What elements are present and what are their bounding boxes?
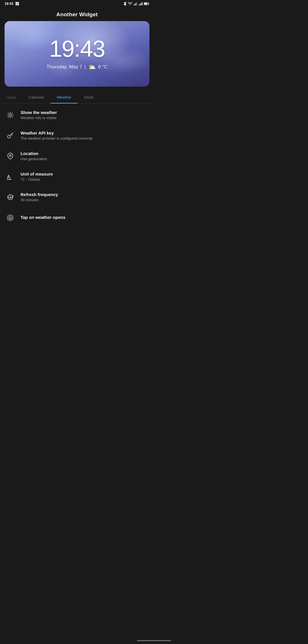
setting-weather-api-key-subtitle: The weather provider is configured corre… (21, 136, 148, 141)
setting-location-title: Location (21, 151, 148, 156)
widget-date-weather: Thursday, May 7 | ⛅ 9 °C (46, 63, 108, 71)
refresh-svg (7, 194, 14, 201)
svg-rect-26 (9, 218, 11, 219)
status-time: 19:43 (5, 2, 13, 6)
setting-refresh-frequency-title: Refresh frequency (21, 192, 148, 197)
setting-show-weather[interactable]: Show the weather Weather info is visible (0, 105, 154, 125)
setting-tap-weather[interactable]: Tap on weather opens (0, 207, 154, 228)
widget-temperature: 9 °C (98, 64, 108, 70)
svg-rect-2 (136, 3, 136, 5)
setting-unit-of-measure-subtitle: °C - Celsius (21, 177, 148, 182)
svg-rect-6 (141, 3, 141, 5)
svg-line-18 (8, 117, 9, 117)
refresh-icon (6, 193, 15, 202)
svg-line-19 (12, 113, 13, 113)
setting-location-text: Location Use geolocation (21, 151, 148, 162)
status-left: 19:43 🔄 (5, 2, 19, 6)
alarm-icon: 🔄 (15, 2, 19, 6)
svg-point-21 (9, 155, 11, 156)
svg-rect-0 (134, 4, 134, 5)
battery-icon (144, 2, 149, 5)
setting-location[interactable]: Location Use geolocation (0, 146, 154, 166)
app-title: Another Widget (0, 7, 154, 21)
setting-unit-of-measure-title: Unit of measure (21, 171, 148, 177)
sun-icon (6, 111, 15, 120)
setting-unit-of-measure[interactable]: A Unit of measure °C - Celsius (0, 166, 154, 187)
signal1-icon (133, 2, 137, 5)
setting-show-weather-title: Show the weather (21, 110, 148, 115)
svg-text:A: A (7, 174, 10, 179)
settings-list: Show the weather Weather info is visible… (0, 104, 154, 229)
widget-time: 19:43 (49, 37, 105, 60)
setting-refresh-frequency[interactable]: Refresh frequency 30 minutes (0, 187, 154, 207)
signal2-icon (139, 2, 143, 5)
svg-rect-10 (149, 3, 149, 4)
setting-weather-api-key[interactable]: Weather API key The weather provider is … (0, 125, 154, 146)
setting-weather-api-key-text: Weather API key The weather provider is … (21, 130, 148, 141)
widget-date: Thursday, May 7 (46, 64, 82, 70)
unit-svg: A (6, 173, 14, 181)
widget-preview: 19:43 Thursday, May 7 | ⛅ 9 °C (5, 21, 149, 87)
svg-rect-7 (142, 2, 143, 5)
svg-rect-1 (135, 4, 135, 6)
tab-typography[interactable]: raphy (0, 91, 22, 103)
location-icon (6, 152, 15, 161)
unit-icon: A (6, 172, 15, 181)
svg-rect-5 (140, 4, 141, 6)
hexagon-icon (6, 213, 15, 222)
setting-show-weather-text: Show the weather Weather info is visible (21, 110, 148, 121)
svg-line-14 (8, 113, 9, 113)
widget-separator: | (84, 64, 86, 70)
svg-marker-25 (7, 214, 13, 221)
wifi-icon (128, 2, 132, 5)
setting-show-weather-subtitle: Weather info is visible (21, 116, 148, 121)
widget-weather-icon: ⛅ (88, 63, 96, 71)
status-right (123, 2, 149, 6)
tab-weather[interactable]: Weather (50, 91, 78, 103)
location-svg (7, 153, 14, 160)
bluetooth-icon (123, 2, 127, 6)
svg-rect-3 (137, 2, 137, 5)
svg-rect-4 (139, 4, 139, 5)
hexagon-svg (6, 214, 14, 222)
setting-tap-weather-title: Tap on weather opens (21, 215, 148, 220)
svg-line-15 (12, 117, 13, 117)
tabs-container: raphy Calendar Weather Clock (0, 91, 154, 104)
tab-calendar[interactable]: Calendar (22, 91, 50, 103)
setting-tap-weather-text: Tap on weather opens (21, 215, 148, 221)
key-icon (6, 131, 15, 140)
sun-svg (7, 112, 14, 119)
setting-refresh-frequency-text: Refresh frequency 30 minutes (21, 192, 148, 203)
setting-weather-api-key-title: Weather API key (21, 130, 148, 136)
key-svg (7, 132, 14, 139)
status-bar: 19:43 🔄 (0, 0, 154, 7)
setting-location-subtitle: Use geolocation (21, 157, 148, 162)
svg-rect-9 (144, 3, 147, 5)
svg-point-11 (9, 114, 11, 116)
tab-clock[interactable]: Clock (78, 91, 100, 103)
setting-refresh-frequency-subtitle: 30 minutes (21, 198, 148, 203)
setting-unit-of-measure-text: Unit of measure °C - Celsius (21, 171, 148, 182)
